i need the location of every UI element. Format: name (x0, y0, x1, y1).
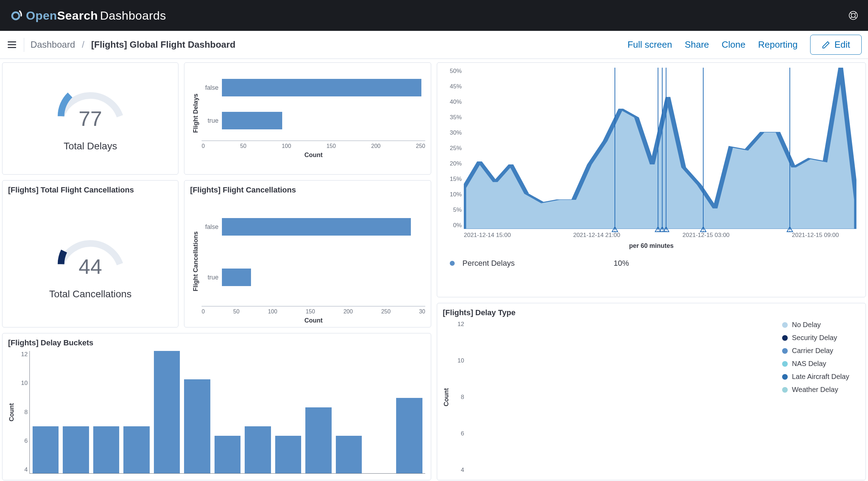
menu-toggle-icon[interactable] (6, 39, 18, 50)
area-legend-name[interactable]: Percent Delays (462, 259, 515, 268)
axis-tick: 2021-12-14 15:00 (464, 232, 511, 239)
legend-item[interactable]: No Delay (782, 321, 860, 329)
axis-tick: 50 (240, 143, 246, 149)
vbar[interactable] (33, 426, 59, 473)
svg-point-18 (666, 231, 666, 231)
panel-percent-delays-area: 50%45%40%35%30%25%20%15%10%5%0% 2021-12-… (437, 62, 866, 297)
area-legend-value: 10% (613, 259, 629, 268)
vbar[interactable] (215, 436, 240, 473)
vbar[interactable] (396, 398, 422, 473)
warning-icon[interactable] (663, 226, 670, 232)
axis-tick: 10% (444, 191, 462, 198)
axis-tick: 0 (202, 143, 205, 149)
gauge-delays-icon (54, 75, 127, 121)
vbar[interactable] (123, 426, 149, 473)
area-legend: Percent Delays 10% (450, 259, 853, 268)
area-fill (464, 68, 856, 229)
legend-swatch-icon (782, 361, 788, 367)
vbar[interactable] (275, 436, 301, 473)
panel-title: [Flights] Total Flight Cancellations (8, 185, 172, 195)
axis-tick: 45% (444, 83, 462, 90)
svg-point-2 (851, 13, 855, 18)
axis-tick: 8 (17, 409, 28, 416)
vbar-yaxis-label: Count (8, 403, 15, 421)
breadcrumb-separator: / (82, 39, 84, 50)
hbar-delays-yaxis: Flight Delays (190, 68, 202, 159)
hbar-fill (222, 79, 421, 96)
axis-tick: 100 (282, 143, 291, 149)
legend-item[interactable]: Late Aircraft Delay (782, 373, 860, 381)
axis-tick: 15% (444, 176, 462, 183)
svg-line-5 (850, 17, 852, 18)
vbar[interactable] (184, 379, 210, 473)
warning-icon[interactable] (611, 226, 618, 232)
top-bar: OpenSearchDashboards (0, 0, 868, 31)
legend-label: No Delay (792, 321, 821, 329)
clone-link[interactable]: Clone (722, 39, 746, 50)
reporting-link[interactable]: Reporting (758, 39, 798, 50)
axis-tick: 10 (17, 380, 28, 387)
legend-swatch-icon (782, 335, 788, 341)
vbar[interactable] (305, 407, 331, 473)
legend-item[interactable]: Security Delay (782, 334, 860, 342)
vbar[interactable] (336, 436, 362, 473)
warning-icon[interactable] (700, 226, 707, 232)
fullscreen-link[interactable]: Full screen (628, 39, 672, 50)
panel-total-cancellations-gauge: [Flights] Total Flight Cancellations 44 … (2, 180, 178, 327)
gauge-cancel-label: Total Cancellations (49, 289, 131, 300)
panel-total-delays-gauge: 77 Total Delays (2, 62, 178, 175)
axis-tick: 2021-12-15 09:00 (792, 232, 839, 239)
sub-bar: Dashboard / [Flights] Global Flight Dash… (0, 31, 868, 59)
panel-delay-buckets: [Flights] Delay Buckets Count 1210864 (2, 333, 431, 480)
legend-label: NAS Delay (792, 360, 826, 368)
annotation-line (662, 68, 663, 229)
dashboard-grid: 77 Total Delays Flight Delays falsetrue … (0, 59, 868, 481)
axis-tick: 6 (17, 438, 28, 445)
warning-icon[interactable] (786, 226, 793, 232)
legend-swatch-icon (782, 348, 788, 354)
hbar-fill (222, 269, 251, 286)
vbar[interactable] (245, 426, 271, 473)
vbar[interactable] (63, 426, 89, 473)
hbar-row[interactable]: false (202, 218, 425, 236)
svg-point-9 (615, 231, 615, 231)
stacked-legend: No DelaySecurity DelayCarrier DelayNAS D… (776, 321, 860, 474)
axis-tick: 12 (17, 351, 28, 358)
gauge-cancel-icon (54, 223, 127, 269)
axis-tick: 5% (444, 206, 462, 214)
legend-item[interactable]: Weather Delay (782, 386, 860, 394)
axis-tick: 40% (444, 99, 462, 106)
divider (24, 38, 24, 52)
legend-item[interactable]: NAS Delay (782, 360, 860, 368)
edit-button[interactable]: Edit (810, 35, 862, 55)
axis-tick: 4 (17, 466, 28, 473)
annotation-line (666, 68, 666, 229)
share-link[interactable]: Share (685, 39, 709, 50)
hbar-row[interactable]: true (202, 269, 425, 286)
axis-tick: 20% (444, 160, 462, 167)
gauge-delays-label: Total Delays (63, 141, 117, 152)
axis-tick: 150 (306, 309, 315, 315)
legend-label: Security Delay (792, 334, 837, 342)
axis-tick: 200 (371, 143, 381, 149)
axis-tick: 0 (202, 309, 205, 315)
area-chart-svg[interactable] (464, 68, 856, 229)
hbar-row[interactable]: true (202, 112, 425, 129)
hbar-row-label: false (202, 223, 218, 231)
panel-title: [Flights] Flight Cancellations (190, 185, 425, 195)
vbar[interactable] (93, 426, 119, 473)
breadcrumb-root[interactable]: Dashboard (30, 39, 75, 50)
hbar-delays-xlabel: Count (202, 151, 425, 159)
legend-item[interactable]: Carrier Delay (782, 347, 860, 355)
pencil-icon (822, 41, 830, 49)
vbar[interactable] (154, 351, 180, 473)
hbar-row[interactable]: false (202, 79, 425, 96)
panel-delay-type: [Flights] Delay Type Count 1210864 No De… (437, 303, 866, 480)
svg-point-0 (12, 12, 19, 19)
axis-tick: 6 (454, 430, 464, 437)
hbar-fill (222, 218, 411, 236)
axis-tick: 35% (444, 114, 462, 121)
help-icon[interactable] (848, 11, 858, 20)
axis-tick: 150 (326, 143, 336, 149)
legend-label: Late Aircraft Delay (792, 373, 849, 381)
